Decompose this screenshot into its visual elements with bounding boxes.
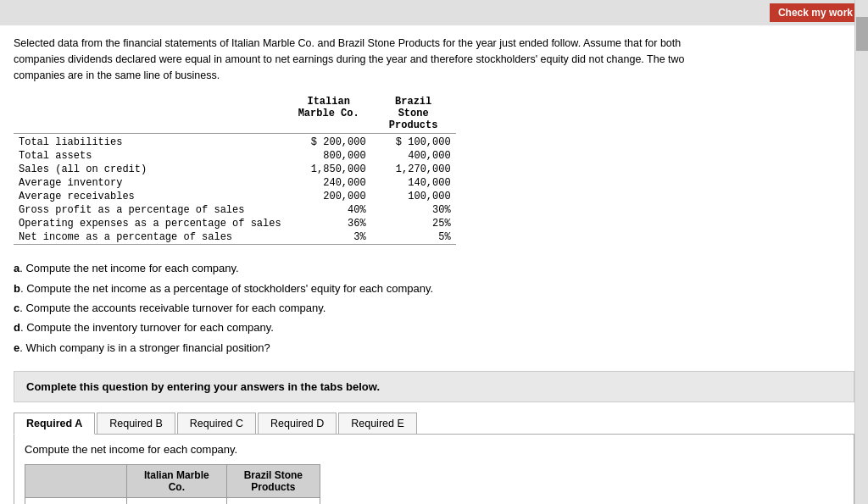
financial-row-label: Total assets	[14, 149, 287, 163]
net-income-label: Net income	[25, 498, 127, 504]
brazil-header: BrazilStoneProducts	[371, 95, 456, 134]
financial-row-label: Net income as a percentage of sales	[14, 230, 287, 245]
complete-instruction-text: Complete this question by entering your …	[26, 380, 380, 393]
answer-table-empty-header	[25, 465, 127, 498]
tab-content: Compute the net income for each company.…	[14, 435, 854, 504]
financial-row-label: Gross profit as a percentage of sales	[14, 203, 287, 217]
financial-row-italian: 200,000	[287, 190, 371, 203]
check-work-button[interactable]: Check my work	[770, 3, 861, 22]
complete-instruction-box: Complete this question by entering your …	[14, 371, 854, 402]
financial-row-brazil: 25%	[371, 217, 456, 230]
financial-row-italian: 3%	[287, 230, 371, 245]
italian-header: ItalianMarble Co.	[287, 95, 371, 134]
tab-required-c[interactable]: Required C	[177, 413, 256, 434]
tab-required-e[interactable]: Required E	[338, 413, 417, 434]
tab-instruction: Compute the net income for each company.	[25, 443, 843, 456]
question-d: d. Compute the inventory turnover for ea…	[14, 318, 854, 337]
financial-table: ItalianMarble Co. BrazilStoneProducts To…	[14, 95, 456, 245]
answer-table-brazil-header: Brazil StoneProducts	[226, 465, 320, 498]
tab-required-d[interactable]: Required D	[258, 413, 337, 434]
financial-row-brazil: 100,000	[371, 190, 456, 203]
tab-required-b[interactable]: Required B	[97, 413, 175, 434]
answer-table-italian-header: Italian MarbleCo.	[127, 465, 227, 498]
financial-row-brazil: 30%	[371, 203, 456, 217]
financial-row-label: Average inventory	[14, 176, 287, 190]
financial-row-brazil: $ 100,000	[371, 136, 456, 149]
financial-row-brazil: 5%	[371, 230, 456, 245]
question-c: c. Compute the accounts receivable turno…	[14, 298, 854, 318]
intro-text: Selected data from the financial stateme…	[14, 36, 709, 83]
net-income-brazil-input-cell[interactable]	[226, 498, 320, 504]
tabs-row: Required A Required B Required C Require…	[14, 413, 854, 435]
financial-row-label: Total liabilities	[14, 136, 287, 149]
financial-row-brazil: 400,000	[371, 149, 456, 163]
financial-row-label: Sales (all on credit)	[14, 163, 287, 176]
scrollbar-thumb[interactable]	[856, 17, 868, 51]
question-b: b. Compute the net income as a percentag…	[14, 279, 854, 298]
scrollbar[interactable]	[854, 0, 868, 504]
question-e: e. Which company is in a stronger financ…	[14, 338, 854, 357]
answer-table: Italian MarbleCo. Brazil StoneProducts N…	[25, 464, 320, 504]
financial-row-brazil: 1,270,000	[371, 163, 456, 176]
financial-table-label-header	[14, 95, 287, 134]
financial-row-label: Average receivables	[14, 190, 287, 203]
financial-row-label: Operating expenses as a percentage of sa…	[14, 217, 287, 230]
financial-row-italian: $ 200,000	[287, 136, 371, 149]
financial-row-italian: 240,000	[287, 176, 371, 190]
financial-row-italian: 1,850,000	[287, 163, 371, 176]
questions-section: a. Compute the net income for each compa…	[14, 258, 854, 357]
question-a: a. Compute the net income for each compa…	[14, 258, 854, 278]
financial-row-brazil: 140,000	[371, 176, 456, 190]
financial-row-italian: 800,000	[287, 149, 371, 163]
financial-row-italian: 36%	[287, 217, 371, 230]
table-row: Net income	[25, 498, 320, 504]
net-income-italian-input-cell[interactable]	[127, 498, 227, 504]
financial-row-italian: 40%	[287, 203, 371, 217]
tab-required-a[interactable]: Required A	[14, 413, 95, 435]
